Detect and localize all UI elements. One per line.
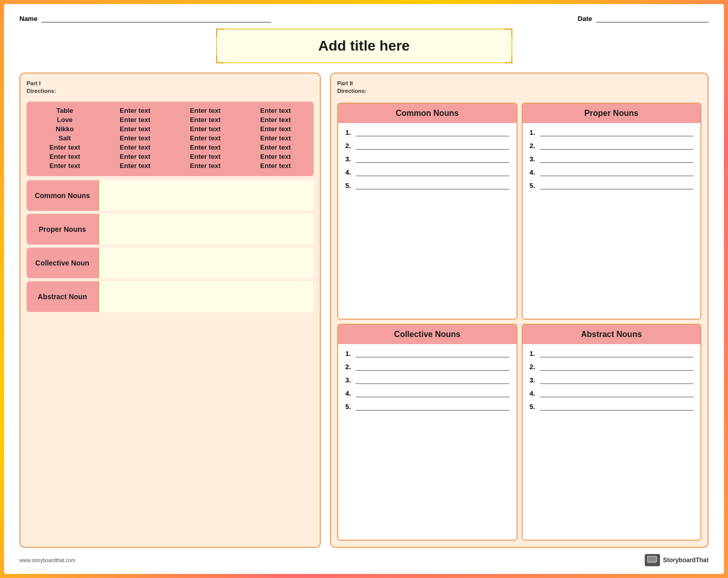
table-cell-0-0[interactable]: Table	[31, 107, 99, 114]
noun-line-item-2-3[interactable]: 4.	[345, 389, 509, 397]
noun-line-number-1-2: 3.	[530, 155, 538, 163]
noun-underline-1-1[interactable]	[540, 141, 694, 150]
table-cell-1-2[interactable]: Enter text	[171, 116, 240, 124]
table-cell-3-0[interactable]: Salt	[31, 134, 99, 142]
table-cell-1-0[interactable]: Love	[31, 116, 99, 124]
table-cell-5-3[interactable]: Enter text	[242, 153, 310, 160]
noun-line-item-3-4[interactable]: 5.	[530, 402, 694, 411]
table-cell-1-1[interactable]: Enter text	[101, 116, 170, 124]
noun-line-item-0-1[interactable]: 2.	[345, 141, 509, 150]
table-cell-0-2[interactable]: Enter text	[171, 107, 240, 114]
noun-line-number-1-3: 4.	[530, 168, 538, 176]
table-cell-2-3[interactable]: Enter text	[242, 125, 310, 133]
noun-line-item-0-3[interactable]: 4.	[345, 168, 509, 176]
outer-border: Name Date Add title here Part I Directio…	[0, 0, 728, 578]
table-cell-4-0[interactable]: Enter text	[31, 143, 99, 151]
noun-line-number-3-1: 2.	[530, 363, 538, 371]
table-cell-6-2[interactable]: Enter text	[171, 162, 240, 170]
noun-line-item-3-2[interactable]: 3.	[530, 376, 694, 384]
table-cell-3-1[interactable]: Enter text	[101, 134, 170, 142]
noun-line-number-2-4: 5.	[345, 403, 354, 411]
table-cell-6-3[interactable]: Enter text	[242, 162, 310, 170]
noun-underline-3-3[interactable]	[540, 389, 694, 397]
noun-line-item-0-4[interactable]: 5.	[345, 181, 509, 189]
table-row: Enter textEnter textEnter textEnter text	[31, 162, 310, 170]
table-cell-5-0[interactable]: Enter text	[31, 153, 99, 160]
noun-underline-3-2[interactable]	[540, 376, 694, 384]
noun-line-item-0-0[interactable]: 1.	[345, 128, 509, 136]
classification-input-2[interactable]	[98, 248, 314, 278]
table-cell-6-1[interactable]: Enter text	[101, 162, 170, 170]
noun-line-item-0-2[interactable]: 3.	[345, 155, 509, 163]
noun-underline-0-3[interactable]	[356, 168, 509, 176]
classification-label-2: Collective Noun	[27, 248, 98, 278]
noun-line-item-1-0[interactable]: 1.	[530, 128, 694, 136]
classification-input-0[interactable]	[98, 180, 314, 211]
noun-underline-1-3[interactable]	[540, 168, 694, 176]
noun-underline-2-4[interactable]	[356, 402, 509, 411]
title-container[interactable]: Add title here	[216, 29, 512, 63]
noun-line-number-1-0: 1.	[530, 129, 538, 136]
table-cell-4-3[interactable]: Enter text	[242, 143, 310, 151]
classification-input-1[interactable]	[98, 214, 314, 245]
table-row: Enter textEnter textEnter textEnter text	[31, 143, 310, 151]
table-cell-2-1[interactable]: Enter text	[101, 125, 170, 133]
noun-line-item-1-2[interactable]: 3.	[530, 155, 694, 163]
noun-underline-0-2[interactable]	[356, 155, 509, 163]
noun-underline-0-1[interactable]	[356, 141, 509, 150]
noun-underline-1-0[interactable]	[540, 128, 694, 136]
noun-underline-0-0[interactable]	[356, 128, 509, 136]
classification-label-0: Common Nouns	[27, 180, 98, 211]
noun-line-number-3-3: 4.	[530, 390, 538, 397]
table-cell-2-0[interactable]: Nikko	[31, 125, 99, 133]
table-cell-0-1[interactable]: Enter text	[101, 107, 170, 114]
noun-underline-1-2[interactable]	[540, 155, 694, 163]
noun-line-item-2-0[interactable]: 1.	[345, 349, 509, 357]
noun-underline-3-1[interactable]	[540, 363, 694, 371]
noun-section-header-1: Proper Nouns	[523, 104, 701, 123]
noun-line-item-3-1[interactable]: 2.	[530, 363, 694, 371]
table-row: NikkoEnter textEnter textEnter text	[31, 125, 310, 133]
noun-underline-3-0[interactable]	[540, 349, 694, 357]
noun-line-item-2-4[interactable]: 5.	[345, 402, 509, 411]
noun-line-item-3-3[interactable]: 4.	[530, 389, 694, 397]
noun-underline-3-4[interactable]	[540, 402, 694, 411]
bracket-br	[504, 55, 512, 63]
table-cell-3-3[interactable]: Enter text	[242, 134, 310, 142]
date-label: Date	[578, 15, 592, 22]
noun-underline-0-4[interactable]	[356, 181, 509, 189]
noun-line-item-3-0[interactable]: 1.	[530, 349, 694, 357]
table-cell-5-1[interactable]: Enter text	[101, 153, 170, 160]
noun-line-item-1-1[interactable]: 2.	[530, 141, 694, 150]
noun-underline-2-2[interactable]	[356, 376, 509, 384]
noun-line-item-2-2[interactable]: 3.	[345, 376, 509, 384]
classification-item-0: Common Nouns	[27, 180, 314, 211]
noun-line-item-1-4[interactable]: 5.	[530, 181, 694, 189]
noun-underline-2-1[interactable]	[356, 363, 509, 371]
bracket-bl	[216, 55, 224, 63]
right-panel-header: Part II Directions:	[337, 80, 701, 95]
noun-underline-1-4[interactable]	[540, 181, 694, 189]
noun-underline-2-3[interactable]	[356, 389, 509, 397]
date-line[interactable]	[596, 14, 709, 22]
left-panel: Part I Directions: TableEnter textEnter …	[19, 73, 321, 548]
footer: www.storyboardthat.com StoryboardThat	[19, 552, 709, 566]
table-cell-1-3[interactable]: Enter text	[242, 116, 310, 124]
noun-line-number-2-1: 2.	[345, 363, 354, 371]
noun-line-item-2-1[interactable]: 2.	[345, 363, 509, 371]
noun-section-3: Abstract Nouns1.2.3.4.5.	[522, 324, 702, 541]
noun-line-item-1-3[interactable]: 4.	[530, 168, 694, 176]
table-cell-2-2[interactable]: Enter text	[171, 125, 240, 133]
table-cell-0-3[interactable]: Enter text	[242, 107, 310, 114]
classification-input-3[interactable]	[98, 281, 314, 312]
table-cell-5-2[interactable]: Enter text	[171, 153, 240, 160]
name-line[interactable]	[41, 14, 271, 22]
table-cell-4-2[interactable]: Enter text	[171, 143, 240, 151]
table-cell-3-2[interactable]: Enter text	[171, 134, 240, 142]
table-cell-4-1[interactable]: Enter text	[101, 143, 170, 151]
classification-rows: Common NounsProper NounsCollective NounA…	[27, 180, 314, 312]
noun-underline-2-0[interactable]	[356, 349, 509, 357]
classification-item-3: Abstract Noun	[27, 281, 314, 312]
noun-line-number-0-1: 2.	[345, 142, 354, 150]
table-cell-6-0[interactable]: Enter text	[31, 162, 99, 170]
